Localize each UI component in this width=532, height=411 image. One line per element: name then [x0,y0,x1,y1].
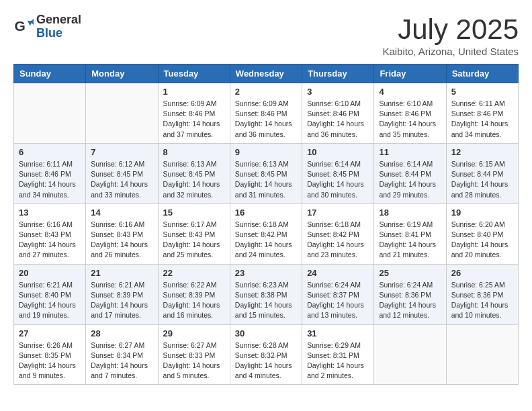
day-number: 14 [91,208,152,218]
day-info: Sunrise: 6:10 AMSunset: 8:46 PMDaylight:… [379,99,441,140]
day-number: 12 [451,147,513,157]
day-info: Sunrise: 6:25 AMSunset: 8:36 PMDaylight:… [451,280,513,321]
svg-text:G: G [15,18,26,34]
table-row: 6Sunrise: 6:11 AMSunset: 8:46 PMDaylight… [14,143,86,203]
table-row: 5Sunrise: 6:11 AMSunset: 8:46 PMDaylight… [446,83,518,144]
table-row: 19Sunrise: 6:20 AMSunset: 8:40 PMDayligh… [446,203,518,264]
table-row: 14Sunrise: 6:16 AMSunset: 8:43 PMDayligh… [86,203,158,264]
day-number: 17 [307,208,369,218]
day-info: Sunrise: 6:17 AMSunset: 8:43 PMDaylight:… [163,220,225,261]
day-number: 21 [91,268,152,278]
header-wednesday: Wednesday [230,64,302,83]
table-row: 13Sunrise: 6:16 AMSunset: 8:43 PMDayligh… [14,203,86,264]
day-info: Sunrise: 6:09 AMSunset: 8:46 PMDaylight:… [163,99,225,140]
day-number: 3 [307,87,369,97]
table-row: 1Sunrise: 6:09 AMSunset: 8:46 PMDaylight… [158,83,230,144]
table-row: 24Sunrise: 6:24 AMSunset: 8:37 PMDayligh… [302,264,374,324]
day-number: 6 [19,147,81,157]
header-tuesday: Tuesday [158,64,230,83]
calendar-week-row: 6Sunrise: 6:11 AMSunset: 8:46 PMDaylight… [14,143,519,203]
day-info: Sunrise: 6:13 AMSunset: 8:45 PMDaylight:… [163,159,225,200]
day-info: Sunrise: 6:15 AMSunset: 8:44 PMDaylight:… [451,159,513,200]
day-number: 25 [379,268,441,278]
table-row: 12Sunrise: 6:15 AMSunset: 8:44 PMDayligh… [446,143,518,203]
table-row: 16Sunrise: 6:18 AMSunset: 8:42 PMDayligh… [230,203,302,264]
table-row: 10Sunrise: 6:14 AMSunset: 8:45 PMDayligh… [302,143,374,203]
table-row: 18Sunrise: 6:19 AMSunset: 8:41 PMDayligh… [374,203,446,264]
day-number: 10 [307,147,369,157]
table-row: 31Sunrise: 6:29 AMSunset: 8:31 PMDayligh… [302,324,374,385]
table-row: 28Sunrise: 6:27 AMSunset: 8:34 PMDayligh… [86,324,158,385]
day-number: 9 [235,147,297,157]
calendar-week-row: 1Sunrise: 6:09 AMSunset: 8:46 PMDaylight… [14,83,519,144]
day-number: 19 [451,208,513,218]
day-number: 27 [19,328,81,338]
day-info: Sunrise: 6:21 AMSunset: 8:40 PMDaylight:… [19,280,81,321]
day-number: 15 [163,208,225,218]
logo-blue: Blue [36,27,81,40]
day-info: Sunrise: 6:10 AMSunset: 8:46 PMDaylight:… [307,99,369,140]
logo-icon: G [13,17,34,37]
table-row: 15Sunrise: 6:17 AMSunset: 8:43 PMDayligh… [158,203,230,264]
day-info: Sunrise: 6:16 AMSunset: 8:43 PMDaylight:… [19,220,81,261]
title-block: July 2025 Kaibito, Arizona, United State… [382,13,519,57]
day-info: Sunrise: 6:18 AMSunset: 8:42 PMDaylight:… [307,220,369,261]
table-row: 17Sunrise: 6:18 AMSunset: 8:42 PMDayligh… [302,203,374,264]
day-info: Sunrise: 6:20 AMSunset: 8:40 PMDaylight:… [451,220,513,261]
table-row: 29Sunrise: 6:27 AMSunset: 8:33 PMDayligh… [158,324,230,385]
day-info: Sunrise: 6:13 AMSunset: 8:45 PMDaylight:… [235,159,297,200]
page-header: G General Blue July 2025 Kaibito, Arizon… [13,13,519,57]
day-number: 11 [379,147,441,157]
calendar-header-row: Sunday Monday Tuesday Wednesday Thursday… [14,64,519,83]
day-number: 30 [235,328,297,338]
day-info: Sunrise: 6:14 AMSunset: 8:44 PMDaylight:… [379,159,441,200]
table-row: 9Sunrise: 6:13 AMSunset: 8:45 PMDaylight… [230,143,302,203]
day-info: Sunrise: 6:11 AMSunset: 8:46 PMDaylight:… [451,99,513,140]
logo-text: General Blue [36,13,81,40]
day-info: Sunrise: 6:27 AMSunset: 8:34 PMDaylight:… [91,340,152,381]
day-info: Sunrise: 6:28 AMSunset: 8:32 PMDaylight:… [235,340,297,381]
day-info: Sunrise: 6:18 AMSunset: 8:42 PMDaylight:… [235,220,297,261]
day-info: Sunrise: 6:09 AMSunset: 8:46 PMDaylight:… [235,99,297,140]
table-row: 3Sunrise: 6:10 AMSunset: 8:46 PMDaylight… [302,83,374,144]
calendar-week-row: 13Sunrise: 6:16 AMSunset: 8:43 PMDayligh… [14,203,519,264]
day-number: 31 [307,328,369,338]
day-number: 1 [163,87,225,97]
table-row: 27Sunrise: 6:26 AMSunset: 8:35 PMDayligh… [14,324,86,385]
table-row: 4Sunrise: 6:10 AMSunset: 8:46 PMDaylight… [374,83,446,144]
table-row: 8Sunrise: 6:13 AMSunset: 8:45 PMDaylight… [158,143,230,203]
header-sunday: Sunday [14,64,86,83]
day-info: Sunrise: 6:24 AMSunset: 8:37 PMDaylight:… [307,280,369,321]
day-number: 8 [163,147,225,157]
logo: G General Blue [13,13,81,40]
day-info: Sunrise: 6:16 AMSunset: 8:43 PMDaylight:… [91,220,152,261]
header-thursday: Thursday [302,64,374,83]
day-number: 28 [91,328,152,338]
day-number: 23 [235,268,297,278]
table-row [86,83,158,144]
month-title: July 2025 [382,13,519,46]
calendar-week-row: 27Sunrise: 6:26 AMSunset: 8:35 PMDayligh… [14,324,519,385]
day-number: 13 [19,208,81,218]
day-info: Sunrise: 6:14 AMSunset: 8:45 PMDaylight:… [307,159,369,200]
table-row: 21Sunrise: 6:21 AMSunset: 8:39 PMDayligh… [86,264,158,324]
day-number: 2 [235,87,297,97]
header-monday: Monday [86,64,158,83]
day-info: Sunrise: 6:19 AMSunset: 8:41 PMDaylight:… [379,220,441,261]
table-row [374,324,446,385]
logo-general: General [36,13,81,27]
table-row: 2Sunrise: 6:09 AMSunset: 8:46 PMDaylight… [230,83,302,144]
table-row: 23Sunrise: 6:23 AMSunset: 8:38 PMDayligh… [230,264,302,324]
calendar-week-row: 20Sunrise: 6:21 AMSunset: 8:40 PMDayligh… [14,264,519,324]
table-row: 25Sunrise: 6:24 AMSunset: 8:36 PMDayligh… [374,264,446,324]
day-info: Sunrise: 6:21 AMSunset: 8:39 PMDaylight:… [91,280,152,321]
location: Kaibito, Arizona, United States [382,46,519,57]
table-row: 22Sunrise: 6:22 AMSunset: 8:39 PMDayligh… [158,264,230,324]
day-number: 5 [451,87,513,97]
header-saturday: Saturday [446,64,518,83]
day-info: Sunrise: 6:11 AMSunset: 8:46 PMDaylight:… [19,159,81,200]
day-number: 20 [19,268,81,278]
day-number: 24 [307,268,369,278]
day-number: 16 [235,208,297,218]
calendar-table: Sunday Monday Tuesday Wednesday Thursday… [13,64,519,385]
